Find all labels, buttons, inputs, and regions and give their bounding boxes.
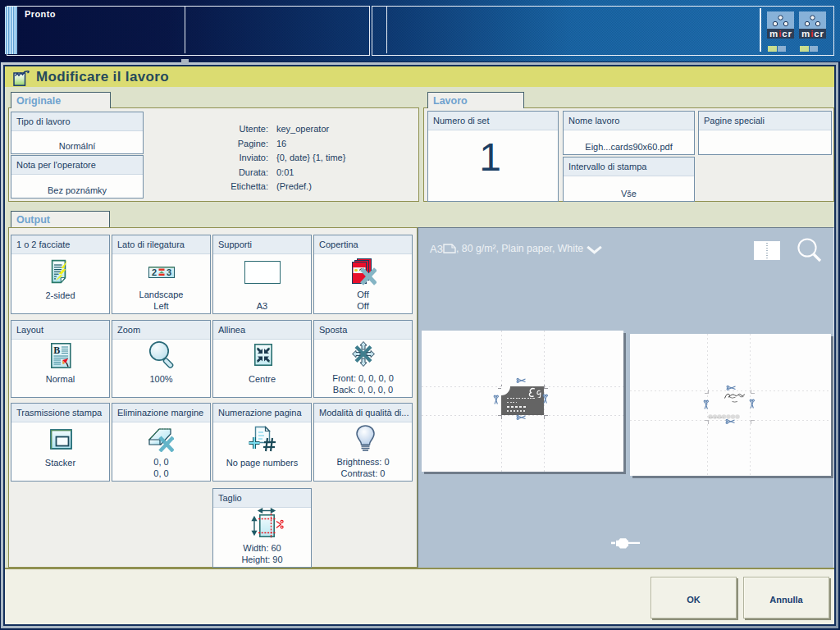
svg-text:micr: micr — [769, 29, 792, 39]
svg-text:3: 3 — [167, 267, 171, 277]
svg-text:B: B — [53, 345, 60, 356]
svg-text:2: 2 — [152, 267, 157, 277]
svg-text:micr: micr — [801, 29, 824, 39]
